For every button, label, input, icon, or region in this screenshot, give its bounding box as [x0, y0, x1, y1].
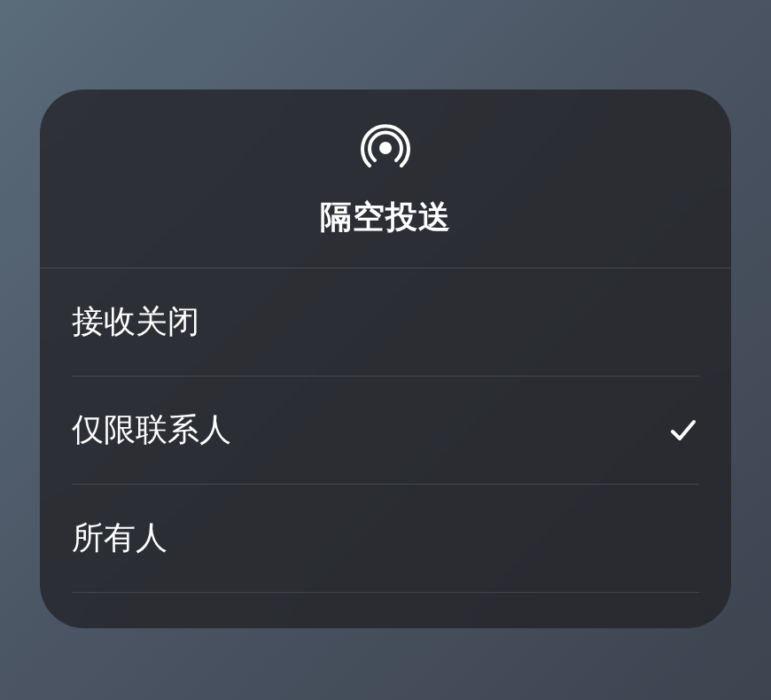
option-label: 接收关闭: [72, 300, 199, 344]
option-label: 所有人: [72, 517, 167, 560]
bottom-spacer: [40, 593, 731, 628]
checkmark-icon: [667, 415, 699, 447]
svg-point-0: [379, 142, 392, 154]
panel-title: 隔空投送: [320, 196, 451, 239]
option-contacts-only[interactable]: 仅限联系人: [72, 377, 699, 485]
options-list: 接收关闭 仅限联系人 所有人: [40, 268, 731, 593]
option-everyone[interactable]: 所有人: [72, 485, 699, 593]
airdrop-settings-panel: 隔空投送 接收关闭 仅限联系人 所有人: [40, 89, 731, 628]
option-receiving-off[interactable]: 接收关闭: [72, 268, 699, 377]
option-label: 仅限联系人: [72, 408, 231, 452]
airdrop-icon: [361, 123, 410, 173]
panel-header: 隔空投送: [40, 89, 731, 268]
